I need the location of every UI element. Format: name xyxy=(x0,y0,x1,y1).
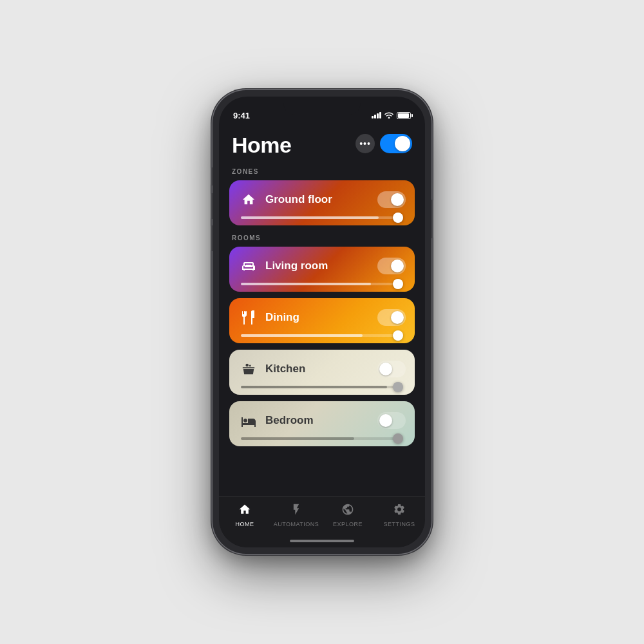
volume-up-button xyxy=(211,193,213,219)
room-slider-thumb-dining[interactable] xyxy=(393,330,403,341)
room-card-top-kitchen: Kitchen xyxy=(238,359,406,379)
room-name-living-room: Living room xyxy=(265,260,328,272)
room-name-bedroom: Bedroom xyxy=(265,414,314,427)
nav-label-automations: AUTOMATIONS xyxy=(274,521,319,527)
home-zone-icon xyxy=(238,189,259,210)
zone-card-ground-floor[interactable]: Ground floor xyxy=(229,180,415,225)
room-card-left-bedroom: Bedroom xyxy=(238,410,314,431)
room-card-inner-dining: Dining xyxy=(229,298,415,343)
room-toggle-kitchen[interactable] xyxy=(377,361,406,377)
room-card-left-kitchen: Kitchen xyxy=(238,359,305,379)
zone-slider-track xyxy=(241,216,403,219)
settings-nav-icon xyxy=(393,503,406,519)
explore-nav-icon xyxy=(341,503,354,519)
fork-knife-icon xyxy=(238,307,259,328)
room-card-top-living-room: Living room xyxy=(238,256,406,276)
nav-item-home[interactable]: HOME xyxy=(219,502,270,527)
signal-bars-icon xyxy=(372,112,381,118)
status-icons xyxy=(372,111,411,120)
room-slider-fill-bedroom xyxy=(241,437,354,440)
app-title: Home xyxy=(232,130,291,158)
nav-item-automations[interactable]: AUTOMATIONS xyxy=(270,502,322,527)
nav-item-settings[interactable]: SETTINGS xyxy=(374,502,425,527)
nav-label-home: HOME xyxy=(236,521,254,527)
room-card-dining[interactable]: Dining xyxy=(229,298,415,343)
room-card-living-room[interactable]: Living room xyxy=(229,247,415,292)
zone-card-inner: Ground floor xyxy=(229,180,415,225)
zone-toggle-ground-floor[interactable] xyxy=(377,191,406,208)
room-slider-fill-kitchen xyxy=(241,386,387,388)
room-slider-fill-dining xyxy=(241,334,363,337)
room-slider-thumb-living[interactable] xyxy=(393,279,403,289)
notch xyxy=(283,97,361,115)
room-slider-bedroom[interactable] xyxy=(238,431,406,446)
room-slider-thumb-bedroom[interactable] xyxy=(393,433,403,444)
battery-icon xyxy=(397,112,411,119)
header-controls: ••• xyxy=(355,130,412,153)
room-toggle-living-room[interactable] xyxy=(377,258,406,274)
automations-nav-icon xyxy=(290,503,303,519)
zone-name-ground-floor: Ground floor xyxy=(265,193,332,206)
more-dots-icon: ••• xyxy=(359,139,371,148)
room-card-inner-kitchen: Kitchen xyxy=(229,350,415,395)
bottom-nav: HOME AUTOMATIONS EXPLORE xyxy=(219,496,425,547)
room-slider-thumb-kitchen[interactable] xyxy=(393,382,403,392)
room-card-left-dining: Dining xyxy=(238,307,299,328)
power-toggle[interactable] xyxy=(380,134,412,153)
rooms-section-label: ROOMS xyxy=(219,232,425,247)
home-nav-icon xyxy=(238,503,251,519)
bed-icon xyxy=(238,410,259,431)
room-slider-kitchen[interactable] xyxy=(238,379,406,395)
room-slider-fill-living xyxy=(241,283,371,285)
room-card-inner-living-room: Living room xyxy=(229,247,415,292)
room-card-bedroom[interactable]: Bedroom xyxy=(229,401,415,446)
room-slider-dining[interactable] xyxy=(238,328,406,343)
zone-slider-thumb[interactable] xyxy=(393,213,403,223)
room-card-left-living-room: Living room xyxy=(238,256,328,276)
more-button[interactable]: ••• xyxy=(355,134,375,153)
phone-screen: 9:41 xyxy=(219,97,425,547)
room-card-inner-bedroom: Bedroom xyxy=(229,401,415,446)
room-toggle-bedroom[interactable] xyxy=(377,412,406,429)
nav-item-explore[interactable]: EXPLORE xyxy=(322,502,374,527)
room-name-kitchen: Kitchen xyxy=(265,363,305,375)
power-button xyxy=(431,200,433,238)
room-toggle-dining[interactable] xyxy=(377,309,406,326)
nav-label-settings: SETTINGS xyxy=(383,521,415,527)
pot-icon xyxy=(238,359,259,379)
volume-down-button xyxy=(211,225,213,251)
phone-wrapper: 9:41 xyxy=(213,90,431,554)
header-area: Home ••• xyxy=(219,125,425,166)
sofa-icon xyxy=(238,256,259,276)
zones-section-label: ZONES xyxy=(219,166,425,180)
room-card-top-bedroom: Bedroom xyxy=(238,410,406,431)
status-time: 9:41 xyxy=(233,111,250,120)
room-card-kitchen[interactable]: Kitchen xyxy=(229,350,415,395)
screen-content[interactable]: Home ••• ZONES xyxy=(219,125,425,547)
silent-button xyxy=(211,167,213,185)
nav-label-explore: EXPLORE xyxy=(333,521,363,527)
zone-slider-ground-floor[interactable] xyxy=(238,210,406,225)
room-name-dining: Dining xyxy=(265,311,299,324)
home-indicator xyxy=(290,540,354,542)
zone-card-top: Ground floor xyxy=(238,189,406,210)
zone-slider-fill xyxy=(241,216,379,219)
wifi-icon xyxy=(384,111,393,120)
zone-card-left: Ground floor xyxy=(238,189,332,210)
room-slider-living-room[interactable] xyxy=(238,276,406,292)
room-card-top-dining: Dining xyxy=(238,307,406,328)
